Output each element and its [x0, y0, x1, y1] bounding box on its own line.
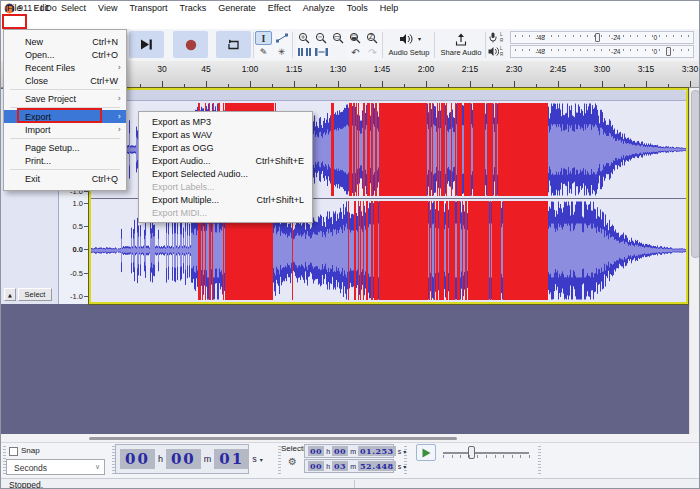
menubar-item-file[interactable]: File: [1, 1, 28, 15]
selection-start-display[interactable]: 00h00m01.253s▾: [304, 444, 394, 458]
meter-tick: [551, 35, 552, 37]
time-unit-label: m: [349, 463, 357, 470]
time-digit-group[interactable]: 03: [332, 461, 348, 471]
zoom-toggle-button[interactable]: Z: [364, 31, 381, 45]
export-submenu-item-export-audio[interactable]: Export Audio...Ctrl+Shift+E: [139, 154, 312, 167]
time-digit-group[interactable]: 00: [120, 449, 155, 469]
export-submenu-item-export-as-wav[interactable]: Export as WAV: [139, 128, 312, 141]
time-digit-group[interactable]: 01.253: [358, 446, 396, 456]
recording-meter[interactable]: LR-48-240: [488, 31, 698, 44]
loop-button[interactable]: [216, 31, 251, 58]
file-menu-item-print[interactable]: Print...: [4, 154, 126, 167]
export-submenu-item-export-selected-audio[interactable]: Export Selected Audio...: [139, 167, 312, 180]
file-menu-item-import[interactable]: Import›: [4, 123, 126, 136]
slider-tick: [460, 455, 461, 458]
snap-checkbox[interactable]: [9, 447, 18, 456]
play-icon: [422, 448, 431, 458]
chevron-down-icon[interactable]: ▾: [402, 448, 406, 455]
export-submenu-item-export-multiple[interactable]: Export Multiple...Ctrl+Shift+L: [139, 193, 312, 206]
toolbar-grip[interactable]: [538, 446, 541, 475]
meter-tick: [630, 35, 631, 37]
menu-item-shortcut: Ctrl+N: [92, 37, 118, 47]
file-menu-item-open[interactable]: Open...Ctrl+O: [4, 48, 126, 61]
chevron-down-icon: ▾: [418, 35, 421, 42]
horizontal-scrollbar[interactable]: [1, 434, 700, 442]
export-submenu-item-export-as-mp3[interactable]: Export as MP3: [139, 115, 312, 128]
vertical-scrollbar-thumb[interactable]: [691, 90, 700, 258]
snap-label: Snap: [21, 446, 40, 455]
menubar-item-transport[interactable]: Transport: [123, 1, 173, 15]
timeline-minor-tick: [140, 84, 141, 87]
multi-tool-button[interactable]: ✳: [273, 45, 290, 59]
selection-end-display[interactable]: 00h03m52.448s▾: [304, 459, 394, 473]
menubar-item-analyze[interactable]: Analyze: [297, 1, 341, 15]
file-menu-item-recent-files[interactable]: Recent Files›: [4, 61, 126, 74]
menu-separator: [10, 138, 120, 139]
menu-item-shortcut: Ctrl+Shift+L: [256, 195, 304, 205]
chevron-down-icon[interactable]: ▾: [259, 456, 263, 463]
file-menu-item-exit[interactable]: ExitCtrl+Q: [4, 172, 126, 185]
timeline-major-tick: [646, 81, 647, 87]
meter-scale-label: -24: [611, 48, 620, 55]
time-digit-group[interactable]: 00: [166, 449, 201, 469]
time-unit-label: m: [349, 448, 357, 455]
file-menu-item-page-setup[interactable]: Page Setup...: [4, 141, 126, 154]
chevron-down-icon[interactable]: ▾: [402, 463, 406, 470]
file-menu-item-close[interactable]: CloseCtrl+W: [4, 74, 126, 87]
meter-tick: [623, 49, 624, 51]
undo-button[interactable]: ↶: [347, 45, 364, 59]
file-menu-item-new[interactable]: NewCtrl+N: [4, 35, 126, 48]
share-audio-button[interactable]: Share Audio: [438, 31, 484, 59]
meter-tick: [529, 35, 530, 37]
menubar-item-generate[interactable]: Generate: [212, 1, 262, 15]
meter-tick: [580, 49, 581, 51]
draw-tool-button[interactable]: ✎: [255, 45, 272, 59]
meter-tick: [558, 35, 559, 37]
time-digit-group[interactable]: 00: [308, 461, 324, 471]
zoom-in-button[interactable]: +: [296, 31, 313, 45]
menubar-item-help[interactable]: Help: [374, 1, 405, 15]
audio-position-display[interactable]: 00h00m01s▾: [115, 444, 249, 474]
selection-tool-button[interactable]: I: [255, 31, 272, 45]
snap-unit-select[interactable]: Seconds ∨: [6, 459, 105, 475]
menubar-item-edit[interactable]: Edit: [28, 1, 56, 15]
playback-meter[interactable]: LR-48-240: [488, 45, 698, 58]
play-at-speed-button[interactable]: [416, 444, 436, 461]
track-collapse-button[interactable]: ▲: [4, 288, 16, 301]
menubar-item-tracks[interactable]: Tracks: [174, 1, 213, 15]
envelope-tool-button[interactable]: [273, 31, 290, 45]
timeline-major-tick: [514, 81, 515, 87]
export-submenu-item-export-as-ogg[interactable]: Export as OGG: [139, 141, 312, 154]
zoom-project-button[interactable]: ⬓: [347, 31, 364, 45]
vertical-scrollbar[interactable]: [689, 88, 700, 434]
recording-gain-slider-handle[interactable]: [595, 33, 600, 42]
snap-unit-value: Seconds: [14, 463, 47, 473]
horizontal-scrollbar-thumb[interactable]: [89, 437, 457, 440]
menu-separator: [10, 89, 120, 90]
record-button[interactable]: [173, 31, 208, 58]
timeline-minor-tick: [448, 84, 449, 87]
meter-tick: [623, 35, 624, 37]
menubar-item-tools[interactable]: Tools: [341, 1, 374, 15]
playback-volume-slider-handle[interactable]: [666, 47, 671, 56]
time-digit-group[interactable]: 01: [214, 449, 249, 469]
timeline-major-tick: [558, 81, 559, 87]
time-digit-group[interactable]: 00: [308, 446, 324, 456]
timeline-minor-tick: [492, 84, 493, 87]
trim-audio-button[interactable]: [296, 45, 313, 59]
zoom-selection-button[interactable]: ▭: [330, 31, 347, 45]
playback-speed-slider[interactable]: [439, 444, 533, 461]
file-menu-item-save-project[interactable]: Save Project›: [4, 92, 126, 105]
time-digit-group[interactable]: 52.448: [358, 461, 396, 471]
time-digit-group[interactable]: 00: [332, 446, 348, 456]
zoom-out-button[interactable]: −: [313, 31, 330, 45]
menubar-item-select[interactable]: Select: [55, 1, 92, 15]
skip-to-end-button[interactable]: [129, 31, 164, 58]
audio-setup-button[interactable]: ▾ Audio Setup: [386, 31, 432, 59]
gear-icon[interactable]: ⚙: [288, 456, 297, 467]
track-select-button[interactable]: Select: [18, 288, 52, 301]
clip-title-bar[interactable]: [91, 90, 686, 101]
menubar-item-view[interactable]: View: [92, 1, 123, 15]
silence-audio-button[interactable]: [313, 45, 330, 59]
menubar-item-effect[interactable]: Effect: [262, 1, 297, 15]
